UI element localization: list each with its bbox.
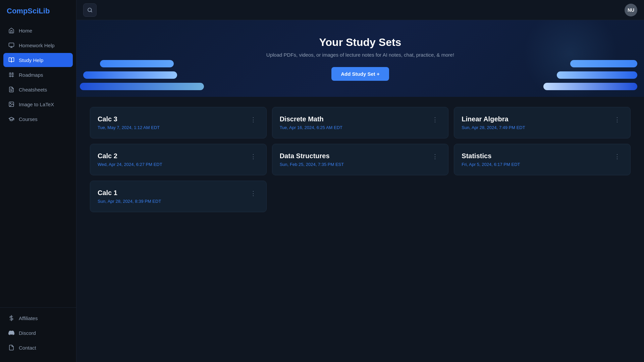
set-date: Sun, Apr 28, 2024, 7:49 PM EDT [462, 125, 611, 130]
sidebar-item-cheatsheets[interactable]: Cheatsheets [3, 82, 73, 97]
hero-rbar-3 [543, 83, 637, 90]
courses-icon [8, 116, 15, 122]
set-title: Calc 1 [98, 189, 248, 197]
user-avatar[interactable]: NU [625, 4, 637, 16]
sidebar-item-courses[interactable]: Courses [3, 112, 73, 126]
study-set-card[interactable]: Data Structures Sun, Feb 25, 2024, 7:35 … [272, 144, 449, 175]
sidebar-item-courses-label: Courses [19, 116, 38, 122]
sidebar-item-image-to-latex[interactable]: Image to LaTeX [3, 97, 73, 111]
set-date: Tue, May 7, 2024, 1:12 AM EDT [98, 125, 248, 130]
sidebar-bottom: Affiliates Discord Contact [0, 307, 76, 362]
set-date: Sun, Apr 28, 2024, 8:39 PM EDT [98, 199, 248, 204]
logo-text2: Lib [39, 7, 50, 15]
set-title: Discrete Math [280, 115, 430, 123]
study-set-card[interactable]: Calc 1 Sun, Apr 28, 2024, 8:39 PM EDT ⋮ [90, 181, 267, 212]
hero-content: Your Study Sets Upload PDFs, videos, or … [266, 36, 454, 81]
hero-rbar-2 [557, 71, 637, 79]
set-info: Calc 1 Sun, Apr 28, 2024, 8:39 PM EDT [98, 189, 248, 204]
set-title: Calc 2 [98, 152, 248, 160]
roadmaps-icon [8, 71, 15, 78]
sidebar-item-study-help[interactable]: Study Help [3, 53, 73, 67]
hero-bar-1 [100, 60, 174, 67]
set-info: Linear Algebra Sun, Apr 28, 2024, 7:49 P… [462, 115, 611, 130]
contact-icon [8, 344, 15, 351]
svg-point-13 [10, 103, 11, 104]
set-title: Linear Algebra [462, 115, 611, 123]
topbar: NU [76, 0, 644, 20]
set-title: Statistics [462, 152, 611, 160]
set-menu-button[interactable]: ⋮ [248, 152, 259, 161]
logo-text1: CompSci [7, 7, 39, 15]
sidebar-item-image-latex-label: Image to LaTeX [19, 102, 54, 107]
study-set-card[interactable]: Statistics Fri, Apr 5, 2024, 6:17 PM EDT… [454, 144, 631, 175]
sidebar: CompSciLib Home Homework Help [0, 0, 76, 362]
set-date: Fri, Apr 5, 2024, 6:17 PM EDT [462, 162, 611, 167]
study-icon [8, 57, 15, 63]
homework-icon [8, 42, 15, 49]
sidebar-item-contact-label: Contact [19, 345, 36, 351]
hero-decoration-left [76, 20, 177, 97]
sidebar-item-home-label: Home [19, 28, 32, 34]
dollar-icon [8, 315, 15, 321]
add-study-set-button[interactable]: Add Study Set + [331, 67, 389, 81]
hero-title: Your Study Sets [266, 36, 454, 49]
set-menu-button[interactable]: ⋮ [248, 115, 259, 124]
set-title: Calc 3 [98, 115, 248, 123]
set-info: Statistics Fri, Apr 5, 2024, 6:17 PM EDT [462, 152, 611, 167]
sidebar-item-homework-help[interactable]: Homework Help [3, 38, 73, 52]
sets-section: Calc 3 Tue, May 7, 2024, 1:12 AM EDT ⋮ D… [76, 97, 644, 362]
study-set-card[interactable]: Linear Algebra Sun, Apr 28, 2024, 7:49 P… [454, 107, 631, 138]
set-date: Sun, Feb 25, 2024, 7:35 PM EST [280, 162, 430, 167]
hero-subtitle: Upload PDFs, videos, or images of lectur… [266, 52, 454, 58]
set-date: Wed, Apr 24, 2024, 6:27 PM EDT [98, 162, 248, 167]
hero-rbar-1 [570, 60, 637, 67]
set-menu-button[interactable]: ⋮ [429, 115, 441, 124]
image-icon [8, 101, 15, 108]
sidebar-item-roadmaps-label: Roadmaps [19, 72, 43, 78]
hero-bar-2 [83, 71, 177, 79]
search-button[interactable] [83, 3, 97, 17]
sidebar-item-affiliates[interactable]: Affiliates [3, 311, 73, 325]
set-info: Data Structures Sun, Feb 25, 2024, 7:35 … [280, 152, 430, 167]
search-icon [87, 7, 93, 13]
set-menu-button[interactable]: ⋮ [248, 189, 259, 198]
set-info: Calc 2 Wed, Apr 24, 2024, 6:27 PM EDT [98, 152, 248, 167]
study-set-card[interactable]: Discrete Math Tue, Apr 16, 2024, 6:25 AM… [272, 107, 449, 138]
sidebar-item-discord-label: Discord [19, 330, 36, 336]
sidebar-item-home[interactable]: Home [3, 23, 73, 38]
svg-line-16 [91, 11, 92, 12]
hero-bar-3 [80, 83, 204, 90]
main-content: NU Your Study Sets Upload PDFs, videos, … [76, 0, 644, 362]
sidebar-item-discord[interactable]: Discord [3, 326, 73, 340]
set-date: Tue, Apr 16, 2024, 6:25 AM EDT [280, 125, 430, 130]
set-menu-button[interactable]: ⋮ [611, 152, 623, 161]
set-menu-button[interactable]: ⋮ [611, 115, 623, 124]
study-set-card[interactable]: Calc 2 Wed, Apr 24, 2024, 6:27 PM EDT ⋮ [90, 144, 267, 175]
nav-section: Home Homework Help Study Help [0, 23, 76, 307]
set-info: Calc 3 Tue, May 7, 2024, 1:12 AM EDT [98, 115, 248, 130]
home-icon [8, 27, 15, 34]
sidebar-item-affiliates-label: Affiliates [19, 315, 38, 321]
sidebar-item-cheatsheets-label: Cheatsheets [19, 87, 47, 93]
svg-rect-0 [9, 43, 14, 47]
cheatsheets-icon [8, 86, 15, 93]
set-menu-button[interactable]: ⋮ [429, 152, 441, 161]
set-title: Data Structures [280, 152, 430, 160]
sets-grid: Calc 3 Tue, May 7, 2024, 1:12 AM EDT ⋮ D… [90, 107, 631, 212]
sidebar-item-roadmaps[interactable]: Roadmaps [3, 68, 73, 82]
discord-icon [8, 329, 15, 336]
sidebar-item-study-help-label: Study Help [19, 57, 43, 63]
hero-section: Your Study Sets Upload PDFs, videos, or … [76, 20, 644, 97]
sidebar-item-contact[interactable]: Contact [3, 341, 73, 355]
set-info: Discrete Math Tue, Apr 16, 2024, 6:25 AM… [280, 115, 430, 130]
hero-decoration-right [550, 20, 644, 97]
sidebar-item-homework-help-label: Homework Help [19, 43, 55, 48]
study-set-card[interactable]: Calc 3 Tue, May 7, 2024, 1:12 AM EDT ⋮ [90, 107, 267, 138]
logo: CompSciLib [0, 0, 76, 23]
